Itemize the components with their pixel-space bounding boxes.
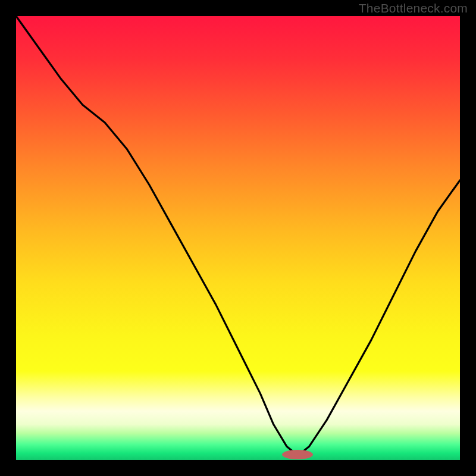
optimal-marker	[282, 450, 313, 459]
watermark-text: TheBottleneck.com	[359, 1, 468, 15]
chart-frame	[0, 0, 476, 476]
chart-gradient-bg	[16, 16, 460, 460]
chart-svg	[0, 0, 476, 476]
